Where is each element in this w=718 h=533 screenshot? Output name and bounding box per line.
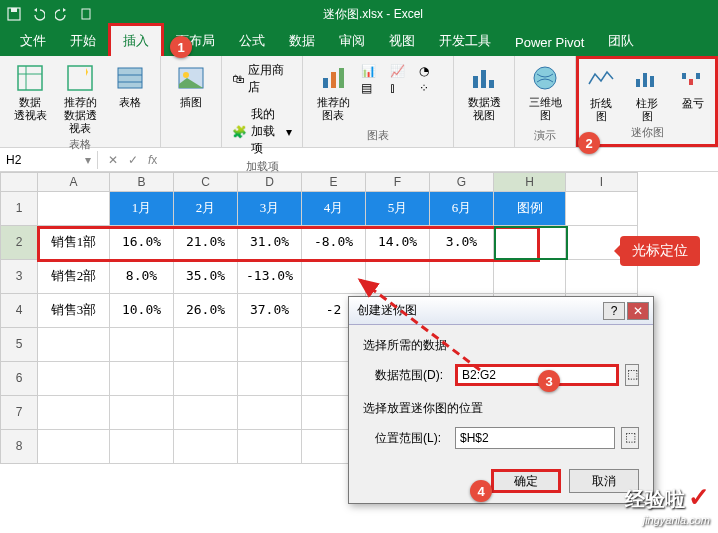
col-D[interactable]: D bbox=[238, 172, 302, 192]
close-button[interactable]: ✕ bbox=[627, 302, 649, 320]
col-F[interactable]: F bbox=[366, 172, 430, 192]
row-hdr-1[interactable]: 1 bbox=[0, 192, 38, 226]
cell-C1[interactable]: 2月 bbox=[174, 192, 238, 226]
cell-C4[interactable]: 26.0% bbox=[174, 294, 238, 328]
cell-E3[interactable] bbox=[302, 260, 366, 294]
col-E[interactable]: E bbox=[302, 172, 366, 192]
cell-H2[interactable] bbox=[494, 226, 566, 260]
cell-F1[interactable]: 5月 bbox=[366, 192, 430, 226]
cell-D4[interactable]: 37.0% bbox=[238, 294, 302, 328]
store-button[interactable]: 🛍应用商店 bbox=[230, 60, 294, 98]
data-range-input[interactable] bbox=[455, 364, 619, 386]
dialog-titlebar[interactable]: 创建迷你图 ? ✕ bbox=[349, 297, 653, 325]
col-B[interactable]: B bbox=[110, 172, 174, 192]
tab-view[interactable]: 视图 bbox=[377, 26, 427, 56]
cell-F3[interactable] bbox=[366, 260, 430, 294]
cell-H3[interactable] bbox=[494, 260, 566, 294]
ribbon-group-illustrations: 插图 bbox=[161, 56, 222, 147]
pivot-table-button[interactable]: 数据 透视表 bbox=[8, 60, 52, 124]
cell-H1[interactable]: 图例 bbox=[494, 192, 566, 226]
tab-data[interactable]: 数据 bbox=[277, 26, 327, 56]
cell-B4[interactable]: 10.0% bbox=[110, 294, 174, 328]
undo-icon[interactable] bbox=[30, 6, 46, 22]
create-sparkline-dialog: 创建迷你图 ? ✕ 选择所需的数据 数据范围(D): ⬚ 选择放置迷你图的位置 … bbox=[348, 296, 654, 504]
cell-A3[interactable]: 销售2部 bbox=[38, 260, 110, 294]
my-addins-button[interactable]: 🧩我的加载项 ▾ bbox=[230, 104, 294, 159]
touch-icon[interactable] bbox=[78, 6, 94, 22]
cell-E1[interactable]: 4月 bbox=[302, 192, 366, 226]
sparkline-line-button[interactable]: 折线图 bbox=[581, 61, 621, 125]
range-picker-icon[interactable]: ⬚ bbox=[621, 427, 639, 449]
rec-chart-button[interactable]: 推荐的 图表 bbox=[311, 60, 355, 124]
cell-A4[interactable]: 销售3部 bbox=[38, 294, 110, 328]
tab-file[interactable]: 文件 bbox=[8, 26, 58, 56]
chevron-down-icon[interactable]: ▾ bbox=[85, 153, 91, 167]
sparkline-winloss-icon bbox=[677, 63, 709, 95]
illustrations-button[interactable]: 插图 bbox=[169, 60, 213, 111]
row-hdr-3[interactable]: 3 bbox=[0, 260, 38, 294]
cell-B3[interactable]: 8.0% bbox=[110, 260, 174, 294]
cell-B2[interactable]: 16.0% bbox=[110, 226, 174, 260]
pie-chart-icon[interactable]: ◔ bbox=[419, 64, 445, 78]
location-range-input[interactable] bbox=[455, 427, 615, 449]
ok-button[interactable]: 确定 bbox=[491, 469, 561, 493]
col-H[interactable]: H bbox=[494, 172, 566, 192]
cell-A1[interactable] bbox=[38, 192, 110, 226]
cell-D3[interactable]: -13.0% bbox=[238, 260, 302, 294]
cell-E2[interactable]: -8.0% bbox=[302, 226, 366, 260]
hier-chart-icon[interactable]: ▤ bbox=[361, 81, 387, 95]
range-picker-icon[interactable]: ⬚ bbox=[625, 364, 639, 386]
tab-pivot[interactable]: Power Pivot bbox=[503, 29, 596, 56]
help-button[interactable]: ? bbox=[603, 302, 625, 320]
select-all-corner[interactable] bbox=[0, 172, 38, 192]
table-button[interactable]: 表格 bbox=[108, 60, 152, 111]
cell-G3[interactable] bbox=[430, 260, 494, 294]
location-range-label: 位置范围(L): bbox=[375, 430, 449, 447]
cell-G2[interactable]: 3.0% bbox=[430, 226, 494, 260]
tab-team[interactable]: 团队 bbox=[596, 26, 646, 56]
stat-chart-icon[interactable]: ⫿ bbox=[390, 81, 416, 95]
sparkline-column-button[interactable]: 柱形图 bbox=[627, 61, 667, 125]
marker-2: 2 bbox=[578, 132, 600, 154]
line-chart-icon[interactable]: 📈 bbox=[390, 64, 416, 78]
scatter-chart-icon[interactable]: ⁘ bbox=[419, 81, 445, 95]
cell-D2[interactable]: 31.0% bbox=[238, 226, 302, 260]
sparkline-line-icon bbox=[585, 63, 617, 95]
data-range-label: 数据范围(D): bbox=[375, 367, 449, 384]
tab-review[interactable]: 审阅 bbox=[327, 26, 377, 56]
formula-bar[interactable]: ✕ ✓ fx bbox=[98, 153, 157, 167]
row-1: 1 1月 2月 3月 4月 5月 6月 图例 bbox=[0, 192, 718, 226]
col-C[interactable]: C bbox=[174, 172, 238, 192]
watermark: 经验啦 ✓ jingyanla.com bbox=[625, 482, 710, 527]
cell-I1[interactable] bbox=[566, 192, 638, 226]
row-hdr-4[interactable]: 4 bbox=[0, 294, 38, 328]
dialog-title: 创建迷你图 bbox=[357, 302, 417, 319]
pivot-chart-button[interactable]: 数据透视图 bbox=[462, 60, 506, 124]
redo-icon[interactable] bbox=[54, 6, 70, 22]
cell-A2[interactable]: 销售1部 bbox=[38, 226, 110, 260]
cell-G1[interactable]: 6月 bbox=[430, 192, 494, 226]
col-G[interactable]: G bbox=[430, 172, 494, 192]
cancel-icon[interactable]: ✕ bbox=[108, 153, 118, 167]
cell-B1[interactable]: 1月 bbox=[110, 192, 174, 226]
col-I[interactable]: I bbox=[566, 172, 638, 192]
cell-D1[interactable]: 3月 bbox=[238, 192, 302, 226]
tab-home[interactable]: 开始 bbox=[58, 26, 108, 56]
svg-rect-20 bbox=[643, 73, 647, 87]
col-A[interactable]: A bbox=[38, 172, 110, 192]
tab-dev[interactable]: 开发工具 bbox=[427, 26, 503, 56]
tab-insert[interactable]: 插入 bbox=[108, 23, 164, 56]
fx-icon[interactable]: fx bbox=[148, 153, 157, 167]
cell-C3[interactable]: 35.0% bbox=[174, 260, 238, 294]
bar-chart-icon[interactable]: 📊 bbox=[361, 64, 387, 78]
tab-formula[interactable]: 公式 bbox=[227, 26, 277, 56]
rec-pivot-button[interactable]: 推荐的 数据透视表 bbox=[58, 60, 102, 137]
cell-C2[interactable]: 21.0% bbox=[174, 226, 238, 260]
cell-F2[interactable]: 14.0% bbox=[366, 226, 430, 260]
sparkline-winloss-button[interactable]: 盈亏 bbox=[674, 61, 713, 112]
row-hdr-2[interactable]: 2 bbox=[0, 226, 38, 260]
save-icon[interactable] bbox=[6, 6, 22, 22]
ribbon-group-addins: 🛍应用商店 🧩我的加载项 ▾ 加载项 bbox=[222, 56, 303, 147]
map3d-button[interactable]: 三维地 图 bbox=[523, 60, 567, 124]
enter-icon[interactable]: ✓ bbox=[128, 153, 138, 167]
